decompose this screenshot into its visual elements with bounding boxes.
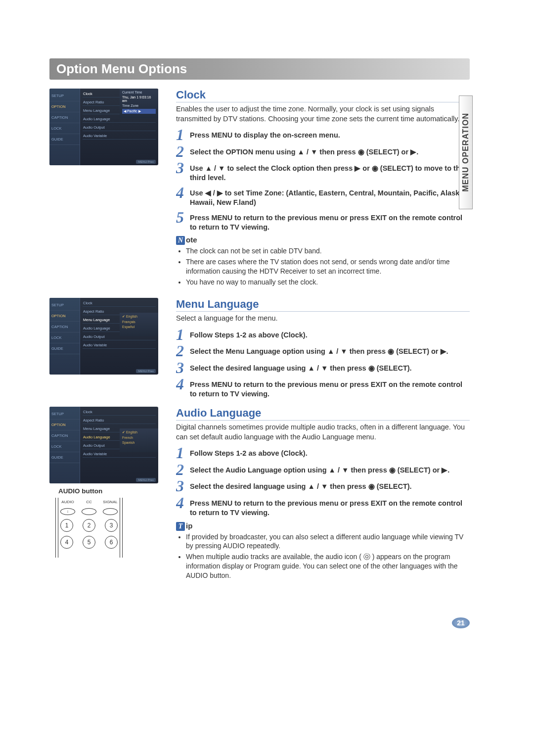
osd-tab: OPTION	[49, 101, 80, 112]
step-text: Use ▲ / ▼ to select the Clock option the…	[190, 162, 470, 183]
remote-top-label: CC	[82, 500, 96, 504]
audiolang-steps: 1Follow Steps 1-2 as above (Clock). 2Sel…	[176, 447, 470, 517]
osd-lang-option: Spanish	[122, 441, 156, 444]
step-text: Press MENU to display the on-screen menu…	[190, 129, 340, 140]
tip-block: Tip If provided by broadcaster, you can …	[176, 521, 470, 580]
step-number: 4	[176, 497, 187, 510]
osd-lang-option: ✔ English	[122, 430, 156, 434]
step-number: 2	[176, 464, 187, 476]
osd-lang-option: Français	[122, 320, 156, 324]
osd-tab: SETUP	[49, 91, 80, 101]
step-text: Select the Menu Language option using ▲ …	[190, 345, 448, 356]
step-text: Follow Steps 1-2 as above (Clock).	[190, 329, 308, 340]
side-tab: MENU OPERATION	[459, 95, 473, 209]
section-heading-audiolang: Audio Language	[176, 407, 470, 421]
tip-icon: T	[176, 522, 185, 531]
osd-tab: LOCK	[49, 332, 80, 343]
remote-num-button: 5	[83, 536, 95, 549]
note-block: Note The clock can not be set in cable D…	[176, 236, 470, 287]
menulang-intro: Select a language for the menu.	[176, 314, 470, 324]
osd-tab: GUIDE	[49, 343, 80, 354]
note-item: The clock can not be set in cable DTV ba…	[186, 246, 470, 256]
step-number: 2	[176, 345, 187, 358]
remote-num-button: 1	[60, 519, 73, 532]
osd-tab: OPTION	[49, 420, 80, 430]
osd-tab: CAPTION	[49, 430, 80, 441]
note-item: There are cases where the TV station doe…	[186, 257, 470, 276]
osd-item: Audio Output	[83, 124, 156, 131]
osd-lang-option: French	[122, 436, 156, 439]
clock-steps: 1Press MENU to display the on-screen men…	[176, 129, 470, 232]
step-text: Use ◀ / ▶ to set Time Zone: (Atlantic, E…	[190, 187, 470, 207]
step-number: 1	[176, 129, 187, 142]
osd-item: Audio Variable	[83, 133, 156, 140]
remote-num-button: 3	[105, 519, 118, 532]
step-text: Press MENU to return to the previous men…	[190, 211, 470, 232]
remote-oval-button	[103, 508, 118, 515]
osd-footer: MENU Prev	[136, 160, 156, 164]
osd-panel-header: Time Zone	[122, 104, 156, 107]
page-title: Option Menu Options	[56, 61, 187, 76]
step-text: Press MENU to return to the previous men…	[190, 497, 470, 518]
osd-screenshot-audiolang: SETUP OPTION CAPTION LOCK GUIDE Clock As…	[49, 407, 158, 483]
section-heading-clock: Clock	[176, 89, 470, 102]
step-text: Press MENU to return to the previous men…	[190, 378, 470, 399]
osd-tab: LOCK	[49, 441, 80, 452]
osd-tab: SETUP	[49, 409, 80, 420]
osd-item: Audio Variable	[83, 342, 156, 349]
remote-top-label: AUDIO	[60, 500, 75, 504]
remote-illustration: AUDIO CC SIGNAL ↕ 1 2 3 4 5 6	[54, 498, 124, 558]
osd-screenshot-clock: SETUP OPTION CAPTION LOCK GUIDE Clock As…	[49, 89, 158, 165]
remote-oval-button	[82, 508, 96, 515]
step-text: Select the desired language using ▲ / ▼ …	[190, 362, 412, 373]
osd-panel-selected: ◀ Pacific ▶	[122, 109, 156, 114]
note-label-rest: ote	[186, 236, 197, 244]
osd-item: Clock	[83, 409, 156, 416]
osd-tab: CAPTION	[49, 322, 80, 332]
menulang-steps: 1Follow Steps 1-2 as above (Clock). 2Sel…	[176, 329, 470, 399]
remote-num-button: 4	[60, 536, 73, 549]
section-heading-menulang: Menu Language	[176, 298, 470, 312]
remote-oval-button: ↕	[60, 508, 75, 515]
osd-footer: MENU Prev	[136, 478, 156, 482]
step-number: 2	[176, 145, 187, 158]
step-text: Select the desired language using ▲ / ▼ …	[190, 480, 412, 491]
tip-label-rest: ip	[186, 521, 192, 530]
step-number: 3	[176, 480, 187, 493]
step-number: 1	[176, 447, 187, 460]
osd-tab: CAPTION	[49, 112, 80, 123]
clock-intro: Enables the user to adjust the time zone…	[176, 104, 470, 124]
remote-rail	[55, 498, 58, 558]
page-title-bar: Option Menu Options	[49, 58, 470, 80]
osd-tab: GUIDE	[49, 452, 80, 463]
audiolang-intro: Digital channels sometimes provide multi…	[176, 423, 470, 442]
step-number: 3	[176, 162, 187, 175]
tip-item: If provided by broadcaster, you can also…	[186, 532, 470, 551]
osd-item: Aspect Ratio	[83, 417, 156, 424]
step-number: 4	[176, 378, 187, 391]
remote-num-button: 6	[105, 536, 118, 549]
osd-tab: LOCK	[49, 123, 80, 134]
osd-lang-option: ✔ English	[122, 315, 156, 319]
note-icon: N	[176, 236, 185, 245]
remote-num-button: 2	[83, 519, 95, 532]
step-number: 4	[176, 187, 187, 199]
step-text: Select the Audio Language option using ▲…	[190, 464, 449, 475]
osd-tab: OPTION	[49, 311, 80, 322]
remote-caption: AUDIO button	[58, 487, 163, 495]
remote-rail	[120, 498, 123, 558]
osd-panel-value: Thu, Jan 1 9:03:16 am	[122, 95, 156, 102]
step-number: 5	[176, 211, 187, 224]
osd-panel-header: Current Time	[122, 91, 156, 94]
osd-tab: SETUP	[49, 300, 80, 311]
page-number: 21	[452, 617, 470, 628]
tip-item: When multiple audio tracks are available…	[186, 552, 470, 580]
side-tab-label: MENU OPERATION	[461, 113, 470, 191]
osd-lang-option: Español	[122, 325, 156, 329]
osd-screenshot-menulang: SETUP OPTION CAPTION LOCK GUIDE Clock As…	[49, 298, 158, 375]
remote-top-label: SIGNAL	[103, 500, 118, 504]
note-item: You have no way to manually set the cloc…	[186, 278, 470, 287]
step-text: Select the OPTION menu using ▲ / ▼ then …	[190, 145, 418, 157]
step-number: 3	[176, 362, 187, 375]
step-number: 1	[176, 329, 187, 341]
